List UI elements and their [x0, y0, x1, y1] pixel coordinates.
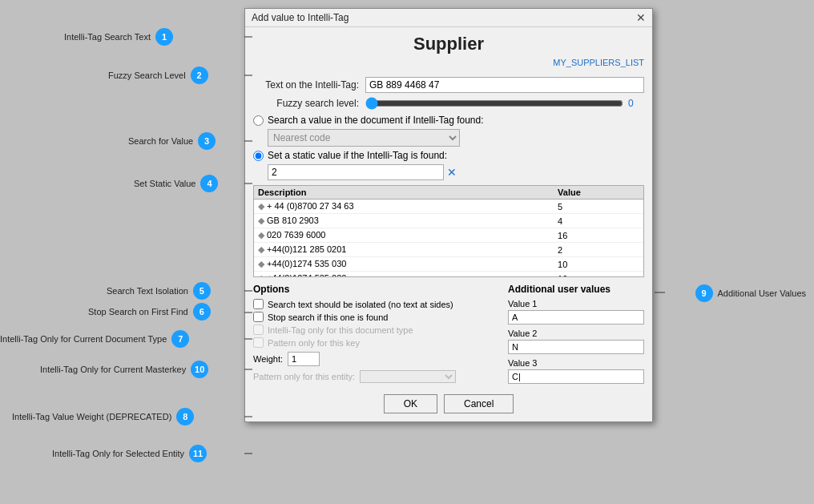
- clear-static-value-button[interactable]: ✕: [447, 166, 457, 179]
- dialog-title: Supplier: [245, 27, 652, 58]
- table-col-description: Description: [254, 186, 554, 200]
- fuzzy-search-value: 0: [628, 98, 644, 109]
- options-section: Options Search text should be isolated (…: [253, 284, 500, 388]
- dialog-subtitle: MY_SUPPLIERS_LIST: [245, 58, 652, 72]
- table-row[interactable]: ◆020 7639 600016: [254, 228, 643, 243]
- fuzzy-search-label: Fuzzy search level:: [253, 98, 365, 109]
- annotation-circle-2: 2: [191, 67, 208, 84]
- intellitag-text-label: Text on the Intelli-Tag:: [253, 79, 365, 91]
- table-cell-description: ◆+ 44 (0)8700 27 34 63: [254, 200, 554, 214]
- radio-static-row: Set a static value if the Intelli-Tag is…: [253, 150, 644, 161]
- fuzzy-search-slider[interactable]: [365, 97, 623, 110]
- pattern-entity-select[interactable]: [360, 370, 456, 383]
- annotation-10: Intelli-Tag Only for Current Masterkey 1…: [40, 361, 208, 378]
- checkbox-doctype-label: Intelli-Tag only for this document type: [268, 325, 413, 335]
- bottom-section: Options Search text should be isolated (…: [253, 284, 644, 388]
- value1-label: Value 1: [508, 299, 644, 308]
- annotation-circle-6: 6: [193, 303, 211, 321]
- annotation-label-11: Intelli-Tag Only for Selected Entity: [52, 449, 184, 458]
- checkbox-pattern[interactable]: [253, 337, 264, 348]
- table-cell-value: 5: [554, 200, 643, 214]
- intellitag-text-input[interactable]: [365, 77, 644, 93]
- nearest-code-dropdown[interactable]: Nearest code: [268, 129, 460, 147]
- table-row[interactable]: ◆+44(0)121 285 02012: [254, 243, 643, 257]
- value3-label: Value 3: [508, 358, 644, 368]
- checkbox-doctype-row: Intelli-Tag only for this document type: [253, 325, 500, 335]
- checkbox-stop-search-label: Stop search if this one is found: [268, 312, 388, 322]
- checkbox-doctype[interactable]: [253, 325, 264, 335]
- table-cell-description: ◆+44(0)121 285 0201: [254, 243, 554, 257]
- annotation-label-1: Intelli-Tag Search Text: [64, 32, 151, 42]
- table-row[interactable]: ◆+44(0)1274 535 03010: [254, 257, 643, 272]
- table-cell-description: ◆020 7639 6000: [254, 228, 554, 243]
- weight-label: Weight:: [253, 354, 283, 364]
- radio-static-label: Set a static value if the Intelli-Tag is…: [268, 150, 447, 161]
- annotation-4: Set Static Value 4: [134, 175, 218, 192]
- radio-static-input[interactable]: [253, 151, 264, 161]
- user-values-title: Additional user values: [508, 284, 644, 295]
- annotation-2: Fuzzy Search Level 2: [108, 67, 208, 84]
- fuzzy-search-slider-container: 0: [365, 97, 644, 110]
- annotation-circle-9: 9: [695, 284, 713, 302]
- pattern-entity-label: Pattern only for this entity:: [253, 372, 355, 381]
- annotation-circle-7: 7: [171, 330, 189, 348]
- table-cell-value: 10: [554, 257, 643, 272]
- table-cell-description: ◆GB 810 2903: [254, 214, 554, 228]
- cancel-button[interactable]: Cancel: [444, 394, 514, 413]
- dropdown-row: Nearest code: [268, 129, 644, 147]
- dialog-titlebar: Add value to Intelli-Tag ✕: [245, 9, 652, 27]
- annotation-circle-3: 3: [198, 132, 216, 150]
- checkbox-isolation-label: Search text should be isolated (no text …: [268, 300, 453, 309]
- annotation-8: Intelli-Tag Value Weight (DEPRECATED) 8: [12, 408, 194, 425]
- checkbox-isolation-row: Search text should be isolated (no text …: [253, 299, 500, 309]
- annotation-5: Search Text Isolation 5: [107, 282, 211, 300]
- table-col-value: Value: [554, 186, 643, 200]
- annotation-1: Intelli-Tag Search Text 1: [64, 28, 173, 46]
- fuzzy-search-row: Fuzzy search level: 0: [253, 97, 644, 110]
- table-cell-value: 10: [554, 272, 643, 278]
- options-title: Options: [253, 284, 500, 295]
- table-row[interactable]: ◆GB 810 29034: [254, 214, 643, 228]
- checkbox-pattern-row: Pattern only for this key: [253, 337, 500, 348]
- checkbox-isolation[interactable]: [253, 299, 264, 309]
- value3-input[interactable]: [508, 369, 644, 384]
- annotation-label-9: Additional User Values: [718, 288, 806, 298]
- annotation-11: Intelli-Tag Only for Selected Entity 11: [52, 445, 207, 462]
- annotation-circle-4: 4: [200, 175, 218, 192]
- table-row[interactable]: ◆+ 44 (0)8700 27 34 635: [254, 200, 643, 214]
- dialog-titlebar-text: Add value to Intelli-Tag: [252, 12, 349, 23]
- table-row[interactable]: ◆+44(0)1274 535 03010: [254, 272, 643, 278]
- annotation-3: Search for Value 3: [128, 132, 216, 150]
- annotation-label-2: Fuzzy Search Level: [108, 71, 186, 80]
- checkbox-pattern-label: Pattern only for this key: [268, 338, 360, 348]
- radio-search-input[interactable]: [253, 115, 264, 126]
- checkbox-stop-search[interactable]: [253, 312, 264, 322]
- ok-button[interactable]: OK: [384, 394, 437, 413]
- value2-label: Value 2: [508, 329, 644, 338]
- annotation-circle-1: 1: [155, 28, 173, 46]
- annotation-label-3: Search for Value: [128, 136, 193, 146]
- radio-section: Search a value in the document if Intell…: [253, 115, 644, 180]
- annotation-label-8: Intelli-Tag Value Weight (DEPRECATED): [12, 412, 171, 421]
- static-value-input[interactable]: [268, 164, 444, 180]
- annotation-circle-8: 8: [176, 408, 194, 425]
- user-values-section: Additional user values Value 1 Value 2 V…: [508, 284, 644, 388]
- annotation-label-7: Intelli-Tag Only for Current Document Ty…: [0, 334, 167, 344]
- intellitag-text-row: Text on the Intelli-Tag:: [253, 77, 644, 93]
- button-row: OK Cancel: [253, 394, 644, 413]
- value1-input[interactable]: [508, 310, 644, 325]
- value2-input[interactable]: [508, 340, 644, 354]
- annotation-label-6: Stop Search on First Find: [88, 307, 188, 317]
- dialog-close-button[interactable]: ✕: [636, 12, 646, 23]
- radio-search-label: Search a value in the document if Intell…: [268, 115, 484, 126]
- table-cell-value: 16: [554, 228, 643, 243]
- annotation-circle-5: 5: [193, 282, 211, 300]
- annotation-9: 9 Additional User Values: [695, 284, 806, 302]
- dialog: Add value to Intelli-Tag ✕ Supplier MY_S…: [244, 8, 653, 422]
- weight-input[interactable]: [288, 352, 320, 366]
- pattern-entity-row: Pattern only for this entity:: [253, 370, 500, 383]
- table-container[interactable]: Description Value ◆+ 44 (0)8700 27 34 63…: [253, 185, 644, 277]
- annotation-label-4: Set Static Value: [134, 179, 195, 188]
- radio-search-row: Search a value in the document if Intell…: [253, 115, 644, 126]
- table-cell-description: ◆+44(0)1274 535 030: [254, 272, 554, 278]
